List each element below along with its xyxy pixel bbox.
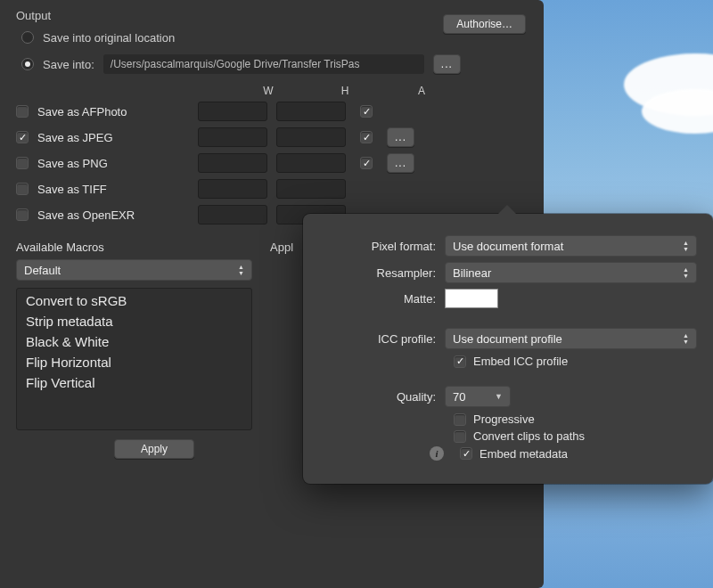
icc-profile-label: ICC profile: [316, 332, 436, 346]
format-row: Save as PNG... [16, 151, 528, 175]
format-enable-checkbox[interactable] [16, 131, 29, 143]
macros-list[interactable]: Convert to sRGBStrip metadataBlack & Whi… [16, 288, 252, 430]
width-input[interactable] [198, 153, 267, 173]
format-row: Save as TIFF [16, 177, 528, 200]
col-h: H [307, 85, 383, 97]
resampler-select[interactable]: Bilinear ▲▼ [445, 262, 697, 283]
stepper-icon: ▲▼ [238, 264, 244, 276]
icc-profile-select[interactable]: Use document profile ▲▼ [445, 328, 697, 349]
width-input[interactable] [198, 102, 267, 121]
macro-preset-select[interactable]: Default ▲▼ [16, 259, 252, 281]
list-item[interactable]: Convert to sRGB [17, 290, 251, 311]
width-input[interactable] [198, 127, 267, 147]
progressive-label: Progressive [473, 412, 535, 426]
aspect-checkbox[interactable] [360, 157, 373, 169]
height-input[interactable] [276, 179, 346, 199]
format-enable-checkbox[interactable] [16, 183, 29, 195]
format-enable-checkbox[interactable] [16, 105, 29, 118]
quality-label: Quality: [316, 390, 436, 404]
convert-clips-checkbox[interactable] [454, 430, 466, 443]
pixel-format-label: Pixel format: [316, 240, 436, 253]
embed-icc-label: Embed ICC profile [473, 355, 568, 368]
format-label: Save as JPEG [37, 131, 189, 144]
convert-clips-label: Convert clips to paths [473, 429, 585, 443]
radio-save-into[interactable] [21, 58, 34, 70]
save-into-label: Save into: [43, 58, 94, 71]
height-input[interactable] [276, 153, 346, 173]
matte-label: Matte: [316, 292, 436, 306]
list-item[interactable]: Flip Vertical [17, 372, 251, 393]
aspect-checkbox[interactable] [360, 131, 373, 143]
col-a: A [383, 85, 460, 97]
format-label: Save as AFPhoto [37, 105, 189, 118]
chevron-down-icon: ▼ [495, 392, 503, 401]
save-into-path[interactable]: /Users/pascalmarquis/Google Drive/Transf… [103, 54, 424, 74]
embed-metadata-checkbox[interactable] [460, 447, 472, 460]
aspect-checkbox[interactable] [360, 105, 373, 118]
stepper-icon: ▲▼ [683, 266, 689, 279]
save-original-label: Save into original location [43, 31, 175, 45]
stepper-icon: ▲▼ [683, 240, 689, 252]
applied-macros-title: Appl [270, 241, 306, 254]
format-row: Save as JPEG... [16, 126, 528, 149]
height-input[interactable] [276, 102, 346, 121]
save-into-row[interactable]: Save into: /Users/pascalmarquis/Google D… [21, 54, 528, 74]
format-label: Save as TIFF [37, 183, 189, 196]
jpeg-options-popover: Pixel format: Use document format ▲▼ Res… [303, 214, 713, 484]
radio-save-original[interactable] [21, 31, 34, 44]
stepper-icon: ▲▼ [683, 332, 689, 345]
format-label: Save as OpenEXR [37, 208, 189, 222]
list-item[interactable]: Strip metadata [17, 311, 251, 331]
width-input[interactable] [198, 179, 267, 199]
info-icon[interactable]: i [430, 446, 444, 461]
browse-button[interactable]: ... [433, 54, 461, 74]
format-label: Save as PNG [37, 157, 189, 170]
available-macros-title: Available Macros [16, 241, 252, 254]
height-input[interactable] [276, 127, 346, 147]
col-w: W [230, 85, 307, 97]
list-item[interactable]: Flip Horizontal [17, 352, 251, 372]
pixel-format-select[interactable]: Use document format ▲▼ [445, 235, 697, 257]
list-item[interactable]: Black & White [17, 331, 251, 352]
format-options-button[interactable]: ... [387, 127, 414, 147]
embed-metadata-label: Embed metadata [479, 447, 568, 461]
progressive-checkbox[interactable] [454, 413, 466, 426]
authorise-button[interactable]: Authorise… [443, 14, 526, 34]
resampler-label: Resampler: [316, 266, 436, 280]
quality-select[interactable]: 70 ▼ [445, 386, 511, 407]
apply-button[interactable]: Apply [114, 439, 194, 459]
format-row: Save as AFPhoto [16, 100, 528, 123]
matte-color-swatch[interactable] [445, 289, 498, 308]
macro-preset-value: Default [24, 264, 61, 277]
format-options-button[interactable]: ... [387, 153, 414, 173]
format-enable-checkbox[interactable] [16, 208, 29, 221]
embed-icc-checkbox[interactable] [454, 355, 466, 368]
format-enable-checkbox[interactable] [16, 157, 29, 169]
dimensions-header: W H A [16, 85, 528, 97]
width-input[interactable] [198, 205, 267, 225]
